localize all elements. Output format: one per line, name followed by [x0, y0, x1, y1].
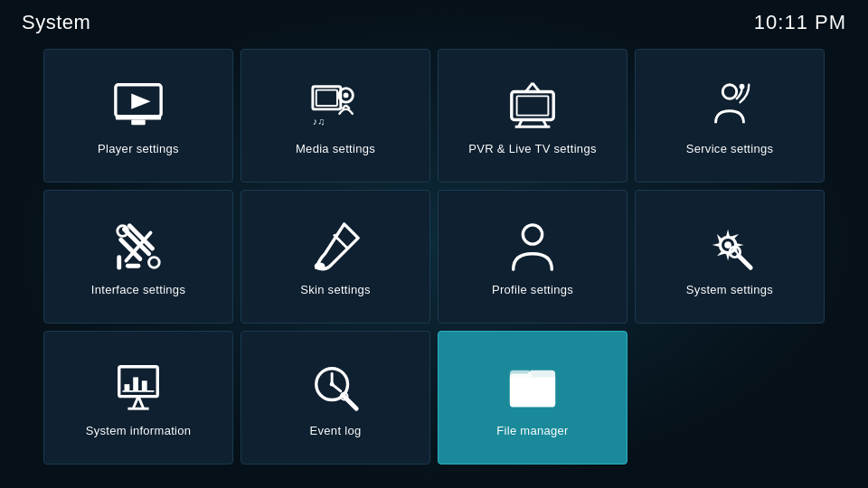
clock-search-icon: [309, 358, 362, 417]
tile-skin-settings[interactable]: Skin settings: [241, 190, 430, 324]
tile-pvr-settings-label: PVR & Live TV settings: [468, 142, 596, 155]
svg-line-35: [138, 396, 144, 408]
tv-icon: [506, 76, 559, 135]
svg-rect-15: [517, 96, 549, 115]
tile-profile-settings-label: Profile settings: [492, 283, 573, 296]
settings-grid: Player settings ♪♫ Media settings: [0, 42, 868, 472]
svg-rect-38: [133, 377, 138, 390]
tile-system-settings-label: System settings: [686, 283, 773, 296]
tile-interface-settings[interactable]: Interface settings: [43, 190, 233, 324]
svg-rect-5: [316, 89, 337, 105]
svg-rect-37: [125, 384, 130, 391]
tile-event-log-label: Event log: [310, 424, 362, 437]
header: System 10:11 PM: [0, 0, 868, 42]
svg-point-7: [344, 92, 349, 98]
tile-player-settings[interactable]: Player settings: [43, 49, 233, 183]
wifi-person-icon: [703, 76, 756, 135]
tile-service-settings[interactable]: Service settings: [635, 49, 825, 183]
svg-rect-3: [131, 119, 145, 125]
tile-file-manager[interactable]: File manager: [438, 331, 627, 465]
clock: 10:11 PM: [754, 11, 846, 34]
svg-line-26: [334, 234, 347, 248]
tile-system-information[interactable]: System information: [43, 331, 233, 465]
system-page: System 10:11 PM Player settings ♪♫: [0, 0, 868, 488]
svg-point-17: [740, 83, 745, 89]
tile-player-settings-label: Player settings: [98, 142, 179, 155]
svg-rect-39: [142, 380, 147, 391]
person-icon: [506, 217, 559, 276]
tile-skin-settings-label: Skin settings: [300, 283, 371, 296]
tile-media-settings-label: Media settings: [296, 142, 375, 155]
svg-rect-2: [116, 116, 161, 119]
svg-line-31: [739, 255, 751, 267]
tile-profile-settings[interactable]: Profile settings: [438, 190, 627, 324]
tile-event-log[interactable]: Event log: [241, 331, 430, 465]
svg-line-46: [344, 396, 357, 408]
media-icon: ♪♫: [309, 76, 362, 135]
page-title: System: [22, 11, 90, 34]
svg-point-27: [315, 262, 326, 269]
tile-pvr-settings[interactable]: PVR & Live TV settings: [438, 49, 627, 183]
gear-wrench-icon: [703, 217, 756, 276]
tile-media-settings[interactable]: ♪♫ Media settings: [241, 49, 430, 183]
svg-text:♪♫: ♪♫: [313, 116, 325, 127]
tile-system-settings[interactable]: System settings: [635, 190, 825, 324]
svg-point-16: [722, 84, 736, 98]
svg-line-34: [133, 396, 138, 408]
tile-service-settings-label: Service settings: [686, 142, 774, 155]
svg-marker-1: [131, 93, 150, 108]
tile-system-information-label: System information: [86, 424, 192, 437]
paintbrush-icon: [309, 217, 362, 276]
tile-interface-settings-label: Interface settings: [91, 283, 185, 296]
svg-point-28: [523, 224, 542, 243]
monitor-play-icon: [112, 76, 165, 135]
svg-point-45: [330, 381, 335, 386]
chart-board-icon: [112, 358, 165, 417]
svg-point-25: [149, 257, 160, 267]
tile-file-manager-label: File manager: [496, 424, 568, 437]
interface-icon: [112, 217, 165, 276]
folder-icon: [506, 358, 559, 417]
